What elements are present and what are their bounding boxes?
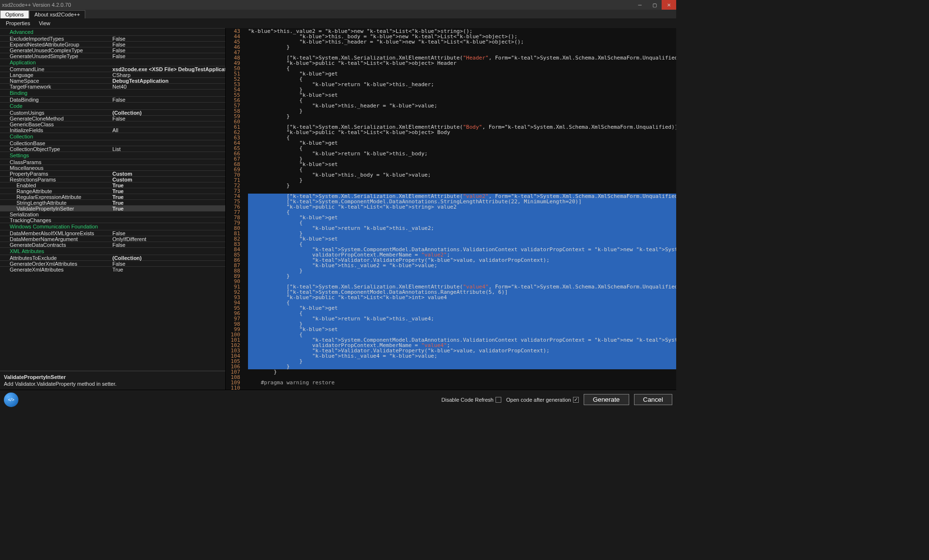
code-line[interactable]: "k-blue">public "k-teal">List<"k-blue">o… bbox=[248, 61, 676, 66]
code-line[interactable]: "k-blue">this._header = "k-blue">value; bbox=[248, 103, 676, 108]
prop-row[interactable]: GenerateUnusedSimpleTypeFalse bbox=[0, 53, 225, 59]
code-line[interactable]: "k-blue">return "k-blue">this._body; bbox=[248, 151, 676, 156]
code-line[interactable]: "k-blue">public "k-teal">List<"k-blue">s… bbox=[248, 204, 676, 210]
code-line[interactable]: "k-blue">this._header = "k-blue">new "k-… bbox=[248, 39, 676, 45]
category-application[interactable]: Application bbox=[0, 59, 225, 66]
disable-refresh-checkbox[interactable]: Disable Code Refresh bbox=[441, 397, 501, 403]
tab-options[interactable]: Options bbox=[0, 10, 29, 18]
generate-button[interactable]: Generate bbox=[584, 394, 629, 405]
code-line[interactable]: } bbox=[248, 45, 676, 50]
prop-row[interactable]: NameSpaceDebugTestApplication bbox=[0, 77, 225, 83]
code-editor[interactable]: "k-blue">this._value2 = "k-blue">new "k-… bbox=[248, 28, 676, 390]
code-line[interactable]: } bbox=[248, 364, 676, 369]
prop-row[interactable]: GenerateCloneMethodFalse bbox=[0, 115, 225, 121]
code-line[interactable]: "k-blue">get bbox=[248, 305, 676, 311]
tab-about[interactable]: About xsd2Code++ bbox=[29, 10, 85, 18]
category-wcf[interactable]: Windows Communication Foundation bbox=[0, 223, 225, 230]
category-advanced[interactable]: Advanced bbox=[0, 28, 225, 35]
code-line[interactable]: } bbox=[248, 183, 676, 188]
prop-row[interactable]: GenerateOrderXmlAttributesFalse bbox=[0, 260, 225, 266]
prop-row[interactable]: ClassParams bbox=[0, 159, 225, 165]
prop-row[interactable]: StringLengthAttributeTrue bbox=[0, 199, 225, 205]
disable-refresh-label: Disable Code Refresh bbox=[441, 397, 494, 403]
tabs-row: Options About xsd2Code++ bbox=[0, 10, 676, 18]
line-number-gutter: 4344454647484950515253545556575859606162… bbox=[226, 28, 242, 390]
code-line[interactable]: "k-blue">this._value4 = "k-blue">value; bbox=[248, 353, 676, 359]
prop-row[interactable]: TrackingChanges bbox=[0, 217, 225, 223]
prop-row[interactable]: RegularExpressionAttributeTrue bbox=[0, 194, 225, 199]
code-line[interactable]: } bbox=[248, 178, 676, 183]
prop-row[interactable]: PropertyParamsCustom bbox=[0, 170, 225, 176]
prop-row[interactable]: Miscellaneous bbox=[0, 165, 225, 170]
code-line[interactable]: } bbox=[248, 273, 676, 279]
category-binding[interactable]: Binding bbox=[0, 89, 225, 96]
prop-row[interactable]: GenerateXmlAttributesTrue bbox=[0, 266, 225, 272]
checkbox-icon[interactable]: ✓ bbox=[573, 397, 579, 403]
code-line[interactable]: "k-blue">get bbox=[248, 71, 676, 76]
prop-row[interactable]: InitializeFieldsAll bbox=[0, 127, 225, 133]
prop-row[interactable]: EnabledTrue bbox=[0, 182, 225, 188]
code-line[interactable]: "k-blue">public "k-teal">List<"k-blue">o… bbox=[248, 130, 676, 135]
category-code[interactable]: Code bbox=[0, 102, 225, 109]
code-line[interactable]: "k-blue">return "k-blue">this._value2; bbox=[248, 226, 676, 231]
menu-properties[interactable]: Properties bbox=[6, 20, 30, 26]
fold-column bbox=[242, 28, 248, 390]
prop-row[interactable]: DataMemberAlsoIfXMLIgnoreExistsFalse bbox=[0, 230, 225, 236]
prop-row[interactable]: CollectionObjectTypeList bbox=[0, 146, 225, 151]
prop-row[interactable]: CommandLinexsd2code.exe <XSD File> Debug… bbox=[0, 66, 225, 72]
menu-bar: Properties View bbox=[0, 18, 676, 28]
cancel-button[interactable]: Cancel bbox=[634, 394, 673, 405]
property-description: ValidatePropertyInSetter Add Validator.V… bbox=[0, 371, 225, 390]
prop-row[interactable]: CollectionBase bbox=[0, 140, 225, 146]
open-after-checkbox[interactable]: Open code after generation ✓ bbox=[506, 397, 579, 403]
code-line[interactable]: "k-blue">this._body = "k-blue">value; bbox=[248, 172, 676, 178]
code-line[interactable]: "k-blue">return "k-blue">this._value4; bbox=[248, 316, 676, 321]
code-line[interactable]: #pragma warning restore bbox=[248, 380, 676, 385]
prop-row[interactable]: GenerateDataContractsFalse bbox=[0, 242, 225, 247]
bottom-bar: </> Disable Code Refresh Open code after… bbox=[0, 390, 676, 409]
code-line[interactable]: } bbox=[248, 369, 676, 375]
code-line[interactable]: "k-blue">set bbox=[248, 236, 676, 242]
category-xmlattrs[interactable]: XML Attributes bbox=[0, 247, 225, 255]
code-line[interactable] bbox=[248, 385, 676, 390]
category-collection[interactable]: Collection bbox=[0, 133, 225, 140]
window-title: xsd2code++ Version 4.2.0.70 bbox=[2, 2, 633, 8]
prop-row[interactable]: RangeAttributeTrue bbox=[0, 188, 225, 194]
code-line[interactable]: "k-blue">get bbox=[248, 140, 676, 146]
prop-row[interactable]: AttributesToExclude(Collection) bbox=[0, 255, 225, 260]
code-line[interactable]: "k-blue">set bbox=[248, 162, 676, 167]
code-line[interactable]: } bbox=[248, 108, 676, 114]
code-line[interactable]: "k-blue">return "k-blue">this._header; bbox=[248, 82, 676, 87]
menu-view[interactable]: View bbox=[39, 20, 50, 26]
prop-row[interactable]: ExpandNestedAttributeGroupFalse bbox=[0, 41, 225, 47]
prop-row[interactable]: CustomUsings(Collection) bbox=[0, 109, 225, 115]
prop-row[interactable]: Serialization bbox=[0, 211, 225, 217]
titlebar[interactable]: xsd2code++ Version 4.2.0.70 ─ ▢ ✕ bbox=[0, 0, 676, 10]
close-button[interactable]: ✕ bbox=[662, 0, 676, 10]
checkbox-icon[interactable] bbox=[495, 397, 501, 403]
property-grid[interactable]: Advanced ExcludeImportedTypesFalse Expan… bbox=[0, 28, 225, 371]
prop-row[interactable]: ExcludeImportedTypesFalse bbox=[0, 35, 225, 41]
prop-row[interactable]: GenerateUnusedComplexTypeFalse bbox=[0, 47, 225, 53]
prop-row[interactable]: RestrictionsParamsCustom bbox=[0, 176, 225, 182]
code-line[interactable]: "k-blue">get bbox=[248, 215, 676, 220]
open-after-label: Open code after generation bbox=[506, 397, 571, 403]
code-line[interactable]: "k-blue">public "k-teal">List<"k-blue">i… bbox=[248, 295, 676, 300]
code-line[interactable]: "k-blue">this._value2 = "k-blue">value; bbox=[248, 263, 676, 268]
desc-title: ValidatePropertyInSetter bbox=[4, 374, 221, 380]
category-settings[interactable]: Settings bbox=[0, 151, 225, 159]
code-line[interactable]: } bbox=[248, 359, 676, 364]
code-line[interactable]: "k-blue">set bbox=[248, 327, 676, 332]
prop-row[interactable]: GenericBaseClass bbox=[0, 121, 225, 127]
code-line[interactable]: "k-blue">set bbox=[248, 92, 676, 98]
prop-row[interactable]: LanguageCSharp bbox=[0, 72, 225, 77]
prop-row[interactable]: DataBindingFalse bbox=[0, 96, 225, 102]
prop-row[interactable]: ValidatePropertyInSetterTrue bbox=[0, 205, 225, 211]
code-line[interactable]: } bbox=[248, 114, 676, 119]
prop-row[interactable]: DataMemberNameArgumentOnlyIfDifferent bbox=[0, 236, 225, 242]
prop-row[interactable]: TargetFrameworkNet40 bbox=[0, 83, 225, 89]
properties-pane: Advanced ExcludeImportedTypesFalse Expan… bbox=[0, 28, 226, 390]
minimize-button[interactable]: ─ bbox=[633, 0, 647, 10]
maximize-button[interactable]: ▢ bbox=[647, 0, 662, 10]
code-line[interactable]: } bbox=[248, 268, 676, 273]
